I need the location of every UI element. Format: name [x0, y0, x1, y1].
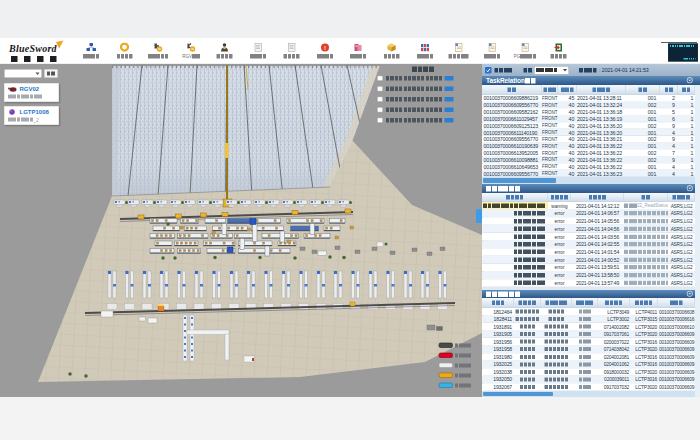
svg-text:!: ! [324, 45, 326, 51]
